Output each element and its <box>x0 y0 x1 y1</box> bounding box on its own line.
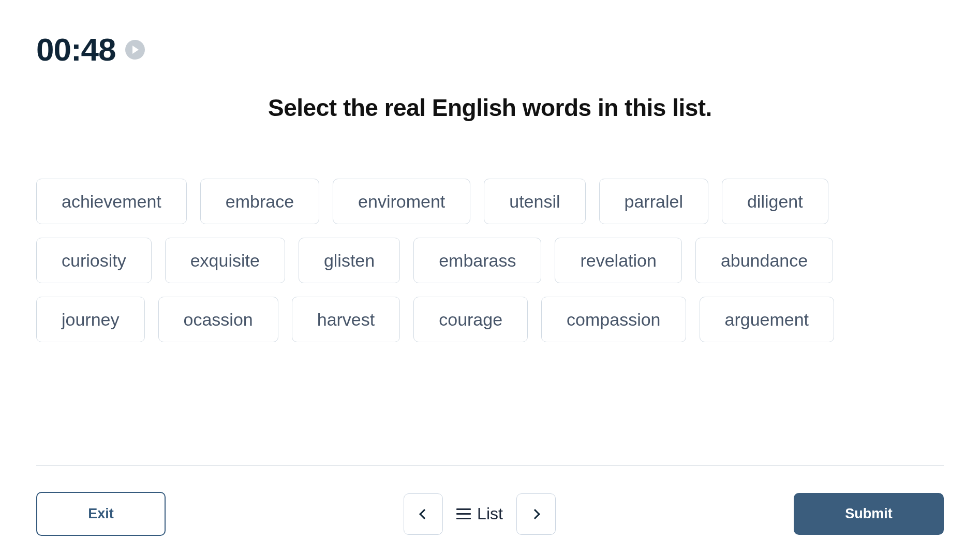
word-option[interactable]: ocassion <box>158 297 278 342</box>
nav-controls: List <box>404 493 556 535</box>
word-option[interactable]: utensil <box>484 179 585 224</box>
play-icon <box>132 46 139 54</box>
exit-button[interactable]: Exit <box>36 492 166 536</box>
word-option[interactable]: achievement <box>36 179 187 224</box>
word-option[interactable]: embarass <box>413 238 541 283</box>
chevron-right-icon <box>530 509 540 519</box>
word-option[interactable]: exquisite <box>165 238 285 283</box>
submit-button[interactable]: Submit <box>794 493 944 535</box>
word-option[interactable]: glisten <box>299 238 400 283</box>
header: 00:48 <box>36 31 944 68</box>
word-option[interactable]: curiosity <box>36 238 152 283</box>
word-option[interactable]: courage <box>413 297 528 342</box>
timer-display: 00:48 <box>36 31 116 68</box>
main-container: 00:48 Select the real English words in t… <box>0 0 980 461</box>
word-option[interactable]: enviroment <box>333 179 470 224</box>
list-icon <box>456 508 471 519</box>
word-option[interactable]: journey <box>36 297 145 342</box>
prev-button[interactable] <box>404 493 443 535</box>
chevron-left-icon <box>419 509 429 519</box>
footer-nav: Exit List Submit <box>36 465 944 536</box>
word-option[interactable]: abundance <box>695 238 833 283</box>
list-button[interactable]: List <box>453 499 506 529</box>
question-prompt: Select the real English words in this li… <box>36 94 944 122</box>
play-button[interactable] <box>125 40 145 60</box>
word-option[interactable]: embrace <box>200 179 319 224</box>
word-option[interactable]: harvest <box>292 297 400 342</box>
words-container: achievement embrace enviroment utensil p… <box>36 179 944 342</box>
word-option[interactable]: arguement <box>700 297 835 342</box>
word-option[interactable]: revelation <box>555 238 681 283</box>
word-option[interactable]: diligent <box>722 179 828 224</box>
next-button[interactable] <box>516 493 556 535</box>
word-option[interactable]: compassion <box>541 297 686 342</box>
word-option[interactable]: parralel <box>599 179 708 224</box>
list-label: List <box>477 504 503 523</box>
